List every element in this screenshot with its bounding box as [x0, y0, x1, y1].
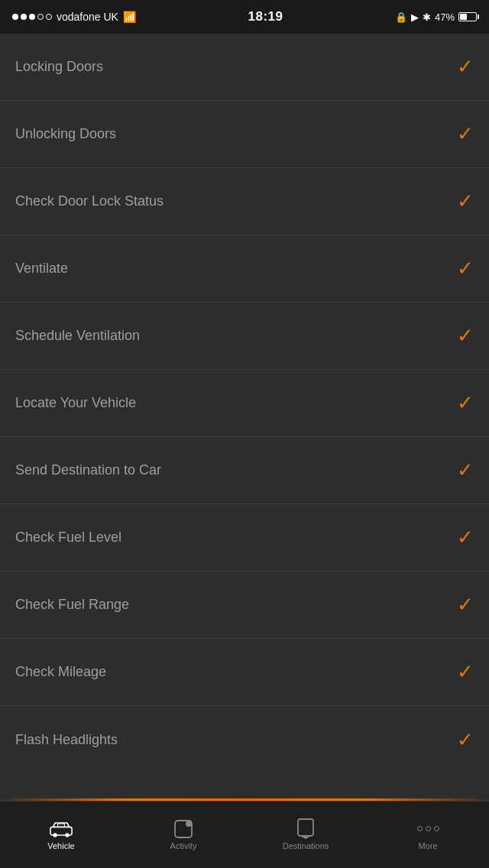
status-left: vodafone UK 📶: [12, 11, 136, 23]
list-item[interactable]: Check Mileage ✓: [0, 639, 489, 706]
more-dot-1: [417, 826, 423, 831]
checkmark-9: ✓: [457, 660, 474, 684]
svg-point-5: [186, 821, 192, 827]
list-item[interactable]: Locate Your Vehicle ✓: [0, 370, 489, 437]
list-item[interactable]: Send Destination to Car ✓: [0, 437, 489, 504]
checkmark-8: ✓: [457, 593, 474, 617]
tab-destinations-label: Destinations: [283, 841, 329, 850]
list-item[interactable]: Unlocking Doors ✓: [0, 101, 489, 168]
tab-more-label: More: [418, 841, 437, 850]
checkmark-4: ✓: [457, 324, 474, 348]
svg-rect-6: [298, 819, 313, 836]
list-item[interactable]: Locking Doors ✓: [0, 34, 489, 101]
item-label-6: Send Destination to Car: [15, 462, 161, 478]
item-label-3: Ventilate: [15, 261, 68, 277]
checkmark-7: ✓: [457, 526, 474, 549]
bluetooth-icon: ✱: [423, 11, 431, 23]
features-list: Locking Doors ✓ Unlocking Doors ✓ Check …: [0, 34, 489, 801]
item-label-5: Locate Your Vehicle: [15, 395, 136, 411]
list-item[interactable]: Check Door Lock Status ✓: [0, 168, 489, 235]
svg-point-2: [65, 833, 69, 837]
item-label-0: Locking Doors: [15, 59, 103, 75]
list-item[interactable]: Check Fuel Level ✓: [0, 504, 489, 572]
item-label-7: Check Fuel Level: [15, 530, 121, 546]
tab-bar: Vehicle Activity Destinations More: [0, 801, 489, 868]
item-label-4: Schedule Ventilation: [15, 328, 140, 344]
signal-dots: [12, 14, 52, 20]
battery-fill: [460, 14, 467, 20]
signal-dot-5: [46, 14, 52, 20]
status-right: 🔒 ▶ ✱ 47%: [395, 11, 477, 23]
location-icon: ▶: [411, 11, 419, 23]
item-label-8: Check Fuel Range: [15, 597, 129, 613]
signal-dot-4: [37, 14, 44, 20]
lock-icon: 🔒: [395, 11, 407, 23]
tab-vehicle[interactable]: Vehicle: [0, 820, 122, 850]
list-item[interactable]: Flash Headlights ✓: [0, 706, 489, 773]
checkmark-6: ✓: [457, 458, 474, 482]
battery-icon: [458, 12, 477, 21]
list-item[interactable]: Check Fuel Range ✓: [0, 572, 489, 639]
activity-icon: [172, 820, 195, 838]
time-display: 18:19: [248, 9, 283, 24]
checkmark-1: ✓: [457, 122, 474, 146]
destinations-icon: [294, 820, 317, 838]
signal-dot-3: [29, 14, 35, 20]
status-bar: vodafone UK 📶 18:19 🔒 ▶ ✱ 47%: [0, 0, 489, 34]
more-icon: [416, 820, 439, 838]
checkmark-5: ✓: [457, 391, 474, 415]
tab-destinations[interactable]: Destinations: [244, 820, 367, 850]
svg-point-1: [53, 833, 57, 837]
more-dot-3: [434, 826, 439, 831]
item-label-2: Check Door Lock Status: [15, 193, 164, 209]
item-label-1: Unlocking Doors: [15, 126, 116, 142]
carrier-label: vodafone UK: [57, 11, 118, 23]
list-item[interactable]: Ventilate ✓: [0, 235, 489, 303]
item-label-9: Check Mileage: [15, 664, 106, 680]
checkmark-10: ✓: [457, 728, 474, 752]
battery-percent: 47%: [435, 11, 455, 23]
list-item[interactable]: Schedule Ventilation ✓: [0, 303, 489, 370]
tab-activity-label: Activity: [170, 841, 197, 850]
tab-more[interactable]: More: [367, 820, 489, 850]
tab-vehicle-label: Vehicle: [47, 841, 74, 850]
signal-dot-1: [12, 14, 18, 20]
item-label-10: Flash Headlights: [15, 732, 118, 748]
tab-activity[interactable]: Activity: [122, 820, 244, 850]
checkmark-3: ✓: [457, 257, 474, 280]
more-dot-2: [426, 826, 431, 831]
wifi-icon: 📶: [123, 11, 136, 23]
checkmark-2: ✓: [457, 189, 474, 213]
checkmark-0: ✓: [457, 55, 474, 79]
signal-dot-2: [21, 14, 27, 20]
svg-marker-7: [300, 836, 311, 839]
vehicle-icon: [50, 820, 73, 838]
